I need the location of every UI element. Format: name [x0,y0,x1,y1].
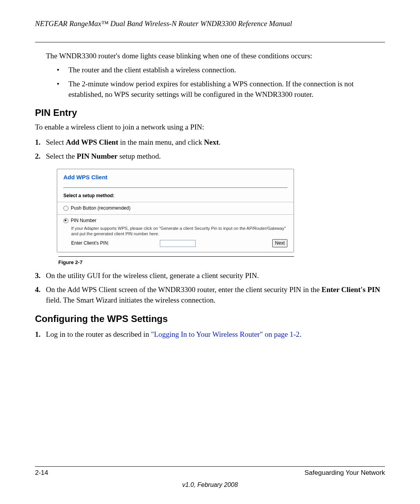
panel-title: Add WPS Client [63,173,287,188]
text: in the main menu, and click [118,138,204,146]
pin-help-text: If your Adapter supports WPS, please cli… [71,226,287,237]
step-2: Select the PIN Number setup method. Add … [46,151,385,266]
header-rule [35,42,385,42]
bold-text: Next [204,138,219,146]
text: . [219,138,221,146]
radio-label: PIN Number [71,217,96,224]
section-heading-wps-settings: Configuring the WPS Settings [35,313,385,324]
panel-rule [63,187,287,188]
radio-label: Push Button (recommended) [71,205,130,212]
condition-list: The router and the client establish a wi… [57,65,385,100]
step-4: On the Add WPS Client screen of the WNDR… [46,284,385,306]
pin-entry-steps: Select Add WPS Client in the main menu, … [35,137,385,305]
radio-pin-number[interactable]: PIN Number [63,216,287,225]
cross-reference-link[interactable]: "Logging In to Your Wireless Router" on … [151,330,299,338]
text: . [299,330,301,338]
step-3: On the utility GUI for the wireless clie… [46,270,385,281]
figure-2-7: Add WPS Client Select a setup method: Pu… [57,169,294,267]
bold-text: Enter Client's PIN [322,285,380,294]
intro-paragraph: The WNDR3300 router's dome lights cease … [46,51,385,61]
chapter-title: Safeguarding Your Network [304,469,385,477]
list-item: The router and the client establish a wi… [57,65,385,75]
radio-push-button[interactable]: Push Button (recommended) [63,204,287,213]
list-item: The 2-minute window period expires for e… [57,79,385,100]
client-pin-input[interactable] [160,240,196,247]
pin-field-label: Enter Client's PIN: [71,240,109,247]
page-footer: 2-14 Safeguarding Your Network v1.0, Feb… [35,463,385,488]
bold-text: PIN Number [77,152,117,160]
add-wps-client-panel: Add WPS Client Select a setup method: Pu… [57,169,294,253]
page-number: 2-14 [35,469,48,477]
text: field. The Smart Wizard initiates the wi… [46,296,215,304]
section-intro: To enable a wireless client to join a ne… [35,123,385,131]
next-button[interactable]: Next [272,239,287,247]
text: Select [46,138,66,146]
setup-method-label: Select a setup method: [63,192,287,199]
wps-settings-steps: Log in to the router as described in "Lo… [35,329,385,340]
text: On the Add WPS Client screen of the WNDR… [46,285,322,294]
text: Select the [46,152,77,160]
bold-text: Add WPS Client [66,138,118,146]
radio-icon [63,206,68,211]
version-string: v1.0, February 2008 [35,481,385,488]
figure-caption: Figure 2-7 [58,256,294,266]
step-1: Select Add WPS Client in the main menu, … [46,137,385,148]
page-header: NETGEAR RangeMax™ Dual Band Wireless-N R… [35,19,385,31]
section-heading-pin-entry: PIN Entry [35,107,385,118]
text: setup method. [117,152,161,160]
text: Log in to the router as described in [46,330,151,338]
step-1: Log in to the router as described in "Lo… [46,329,385,340]
radio-icon [63,218,68,223]
